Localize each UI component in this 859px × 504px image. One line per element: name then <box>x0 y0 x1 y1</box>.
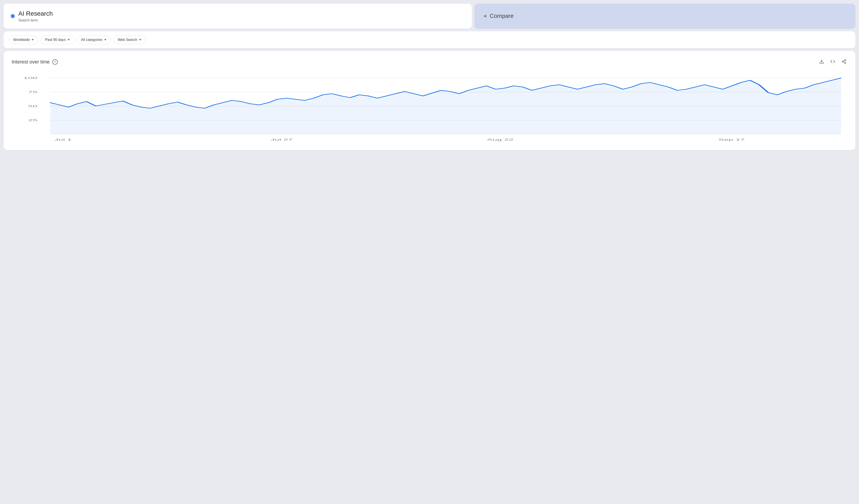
search-term-card: AI Research Search term <box>3 3 472 29</box>
term-type: Search term <box>18 18 53 22</box>
term-dot <box>11 14 15 18</box>
chart-area: 100 75 50 25 Jul 1 Jul 27 Aug 22 Sep 17 <box>12 71 847 143</box>
filter-category-label: All categories <box>81 38 103 42</box>
compare-card[interactable]: + Compare <box>474 3 856 29</box>
term-name: AI Research <box>18 10 53 17</box>
share-button[interactable] <box>841 58 847 66</box>
svg-text:Jul 27: Jul 27 <box>270 138 293 141</box>
chart-actions <box>818 58 847 66</box>
svg-text:Sep 17: Sep 17 <box>719 138 745 141</box>
chevron-down-icon <box>67 39 70 41</box>
svg-text:25: 25 <box>28 119 37 122</box>
chevron-down-icon <box>32 39 34 41</box>
filter-time-label: Past 90 days <box>45 38 66 42</box>
help-icon[interactable]: ? <box>52 59 58 65</box>
chevron-down-icon <box>139 39 141 41</box>
svg-line-5 <box>843 60 845 61</box>
filters-bar: Worldwide Past 90 days All categories We… <box>3 31 856 48</box>
filter-search-type-label: Web Search <box>118 38 137 42</box>
chevron-down-icon <box>104 39 106 41</box>
svg-text:Jul 1: Jul 1 <box>54 138 72 141</box>
svg-text:50: 50 <box>28 104 37 108</box>
chart-card: Interest over time ? <box>3 51 856 150</box>
embed-button[interactable] <box>829 58 836 66</box>
chart-header: Interest over time ? <box>12 58 847 66</box>
svg-text:75: 75 <box>28 90 37 93</box>
svg-text:100: 100 <box>24 76 37 79</box>
chart-title-area: Interest over time ? <box>12 59 58 65</box>
help-icon-label: ? <box>54 60 56 64</box>
download-button[interactable] <box>818 58 825 66</box>
svg-line-4 <box>843 62 845 63</box>
filter-time[interactable]: Past 90 days <box>41 35 74 44</box>
filter-region[interactable]: Worldwide <box>9 35 38 44</box>
trend-chart: 100 75 50 25 Jul 1 Jul 27 Aug 22 Sep 17 <box>12 71 847 143</box>
filter-region-label: Worldwide <box>13 38 30 42</box>
compare-label: Compare <box>490 13 514 19</box>
search-term-text: AI Research Search term <box>18 10 53 22</box>
chart-title: Interest over time <box>12 59 50 65</box>
filter-search-type[interactable]: Web Search <box>114 35 146 44</box>
compare-plus-icon: + <box>483 13 487 20</box>
svg-text:Aug 22: Aug 22 <box>487 138 513 141</box>
filter-category[interactable]: All categories <box>77 35 111 44</box>
